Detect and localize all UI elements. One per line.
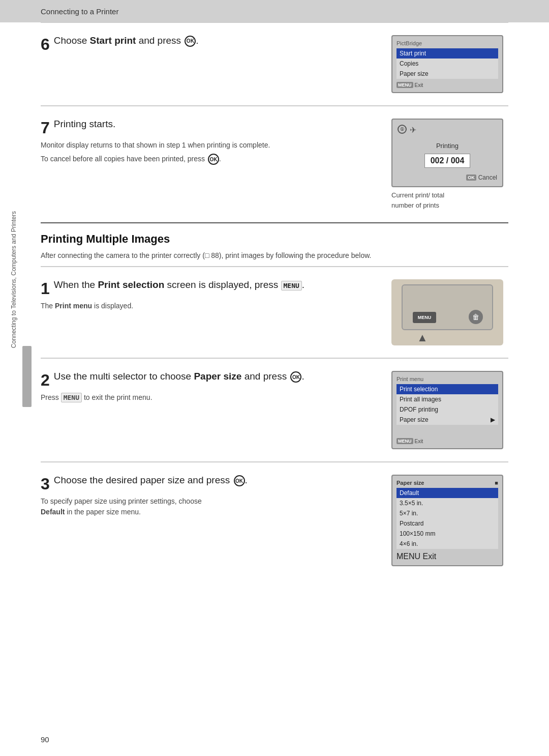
step-2-section: 2 Use the multi selector to choose Paper… (41, 358, 508, 461)
step-7-cancel-text: To cancel before all copies have been pr… (41, 154, 376, 165)
step-3-number: 3 (41, 476, 50, 492)
printing-multiple-section: Printing Multiple Images After connectin… (41, 222, 508, 266)
printing-screen: ① ✈ Printing 002 / 004 OK Cancel (391, 119, 503, 187)
paper-size-screen: Paper size ■ Default 3.5×5 in. 5×7 in. P… (391, 475, 503, 566)
step-7-section: 7 Printing starts. Monitor display retur… (41, 106, 508, 222)
ok-icon-step6: OK (185, 36, 196, 47)
page-number: 90 (41, 735, 49, 744)
step-3-left: 3 Choose the desired paper size and pres… (41, 475, 376, 520)
printing-multiple-title: Printing Multiple Images (41, 232, 508, 246)
print-menu-row-3: Paper size▶ (396, 415, 498, 425)
step-7-caption: Current print/ total number of prints (391, 190, 508, 210)
camera-delete-button: 🗑 (469, 310, 483, 324)
step-3-title: 3 Choose the desired paper size and pres… (41, 475, 376, 492)
paper-size-title: Paper size ■ (396, 480, 498, 486)
step-6-number: 6 (41, 36, 50, 52)
step-7-body: Monitor display returns to that shown in… (41, 140, 376, 165)
pictbridge-row-1: Copies (396, 59, 498, 69)
printing-icon-2: ✈ (410, 125, 416, 135)
step-1-title: 1 When the Print selection screen is dis… (41, 279, 376, 297)
step-2-screen: Print menu Print selection Print all ima… (391, 371, 508, 449)
step-1-left: 1 When the Print selection screen is dis… (41, 279, 376, 314)
paper-size-row-1: 3.5×5 in. (396, 498, 498, 508)
paper-size-row-5: 4×6 in. (396, 539, 498, 549)
paper-size-row-3: Postcard (396, 518, 498, 529)
pictbridge-screen: PictBridge Start print Copies Paper size… (391, 35, 503, 93)
step-3-screen: Paper size ■ Default 3.5×5 in. 5×7 in. P… (391, 475, 508, 566)
step-2-menu-text: MENU (61, 393, 82, 402)
paper-size-menu-btn: MENU (396, 552, 420, 561)
pictbridge-menu-btn: MENU (396, 82, 413, 88)
side-accent-bar (22, 346, 32, 407)
step-6-title: 6 Choose Start print and press OK. (41, 35, 376, 52)
step-6-left: 6 Choose Start print and press OK. (41, 35, 376, 56)
printing-counter: 002 / 004 (424, 154, 470, 168)
step-2-title: 2 Use the multi selector to choose Paper… (41, 371, 376, 388)
paper-size-row-0: Default (396, 488, 498, 498)
print-menu-menu-btn: MENU (396, 438, 413, 444)
top-bar: Connecting to a Printer (0, 0, 549, 22)
step-2-body: Press MENU to exit the print menu. (41, 392, 376, 403)
print-menu-row-0: Print selection (396, 384, 498, 394)
paper-size-row-4: 100×150 mm (396, 529, 498, 539)
step-7-right: ① ✈ Printing 002 / 004 OK Cancel Current… (391, 119, 508, 210)
printing-label: Printing (398, 142, 497, 150)
pictbridge-footer: MENU Exit (396, 82, 498, 88)
step-3-section: 3 Choose the desired paper size and pres… (41, 462, 508, 578)
ok-icon-step7: OK (208, 154, 219, 165)
step-1-body: The Print menu is displayed. (41, 301, 376, 311)
step-1-menu-text: MENU (281, 281, 302, 290)
step-1-right: MENU 🗑 ▲ (391, 279, 508, 345)
camera-menu-button: MENU (413, 312, 436, 323)
top-bar-title: Connecting to a Printer (41, 7, 118, 16)
cancel-btn-label: OK (466, 175, 476, 181)
step-7-number: 7 (41, 120, 50, 136)
pictbridge-row-0: Start print (396, 48, 498, 59)
pictbridge-title: PictBridge (396, 40, 498, 46)
ok-icon-step2: OK (290, 371, 301, 383)
ok-icon-step3: OK (234, 475, 245, 486)
paper-size-footer: MENU Exit (396, 552, 498, 561)
step-7-left: 7 Printing starts. Monitor display retur… (41, 119, 376, 168)
pictbridge-row-2: Paper size (396, 69, 498, 79)
printing-multiple-body: After connecting the camera to the print… (41, 250, 508, 261)
step-2-number: 2 (41, 372, 50, 388)
paper-size-row-2: 5×7 in. (396, 508, 498, 518)
step-7-title: 7 Printing starts. (41, 119, 376, 136)
print-menu-footer: MENU Exit (396, 438, 498, 444)
step-6-screen: PictBridge Start print Copies Paper size… (391, 35, 508, 93)
print-menu-title: Print menu (396, 376, 498, 382)
step-1-number: 1 (41, 280, 50, 297)
print-menu-screen: Print menu Print selection Print all ima… (391, 371, 503, 449)
side-text: Connecting to Televisions, Computers and… (6, 127, 21, 432)
cancel-row: OK Cancel (398, 174, 497, 181)
step-1-section: 1 When the Print selection screen is dis… (41, 267, 508, 358)
camera-arrow-icon: ▲ (417, 331, 428, 344)
step-6-section: 6 Choose Start print and press OK. PictB… (41, 22, 508, 105)
step-3-body: To specify paper size using printer sett… (41, 496, 376, 517)
step-2-left: 2 Use the multi selector to choose Paper… (41, 371, 376, 406)
printing-icons: ① ✈ (398, 125, 497, 135)
print-menu-row-2: DPOF printing (396, 404, 498, 415)
camera-button-area: MENU 🗑 ▲ (391, 279, 503, 345)
print-menu-row-1: Print all images (396, 394, 498, 404)
printing-icon-1: ① (398, 125, 407, 134)
